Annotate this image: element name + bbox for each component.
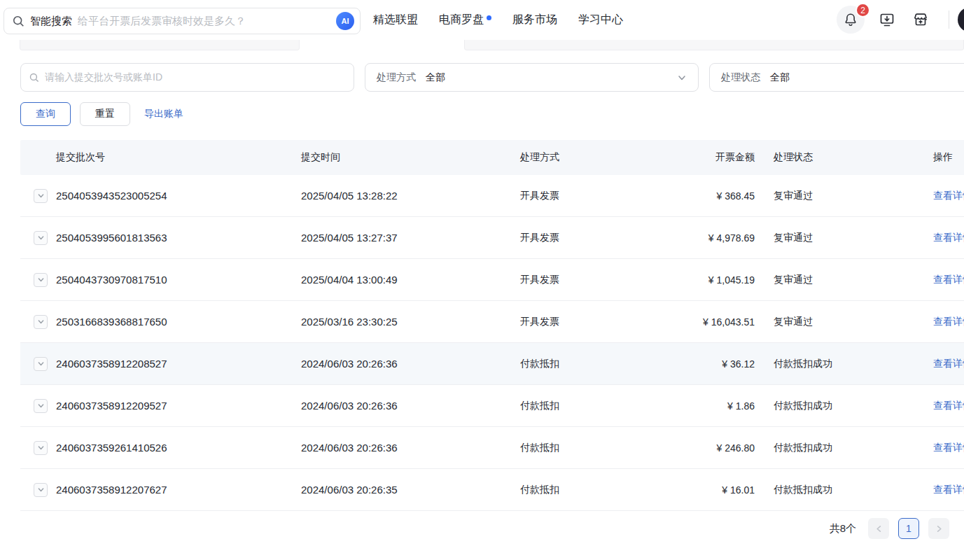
expand-row-button[interactable] [34, 315, 48, 329]
storefront-icon [912, 11, 929, 28]
total-count-label: 共8个 [830, 522, 856, 536]
process-method: 开具发票 [520, 232, 660, 244]
table-row: 2503166839368817650 2025/03/16 23:30:25 … [20, 301, 964, 343]
expand-row-button[interactable] [34, 399, 48, 413]
expand-row-button[interactable] [34, 441, 48, 455]
nav-item-ecommerce-compass[interactable]: 电商罗盘 [439, 13, 491, 27]
search-icon [13, 15, 25, 27]
submit-time: 2025/04/05 13:28:22 [301, 190, 520, 202]
pagination: 共8个 1 [0, 518, 949, 539]
view-details-link[interactable]: 查看详情 [933, 358, 964, 370]
billing-page: 智能搜索 给平台开票后发票审核时效是多久？ AI 精选联盟 电商罗盘 服务市场 … [0, 0, 964, 560]
invoice-amount: ¥ 16.01 [660, 484, 755, 496]
topbar-divider [949, 10, 949, 29]
process-status-select[interactable]: 处理状态 全部 [709, 63, 964, 92]
nav-label: 学习中心 [578, 13, 623, 27]
batch-number: 2504053995601813563 [56, 232, 301, 244]
avatar[interactable] [958, 7, 964, 32]
process-method: 付款抵扣 [520, 442, 660, 454]
table-row: 2504053943523005254 2025/04/05 13:28:22 … [20, 175, 964, 217]
billing-table: 提交批次号 提交时间 处理方式 开票金额 处理状态 操作 25040539435… [20, 140, 964, 511]
page-1-button[interactable]: 1 [898, 518, 919, 539]
notification-dot-icon [487, 15, 491, 20]
invoice-amount: ¥ 1.86 [660, 400, 755, 412]
expand-row-button[interactable] [34, 357, 48, 371]
expand-row-button[interactable] [34, 189, 48, 203]
nav-label: 电商罗盘 [439, 13, 484, 27]
filter-bar: 请输入提交批次号或账单ID 处理方式 全部 处理状态 全部 [20, 63, 964, 92]
invoice-amount: ¥ 1,045.19 [660, 274, 755, 286]
smart-search-input[interactable]: 智能搜索 给平台开票后发票审核时效是多久？ AI [4, 8, 361, 34]
process-status: 付款抵扣成功 [755, 358, 933, 370]
download-client-button[interactable] [873, 6, 901, 34]
view-details-link[interactable]: 查看详情 [933, 190, 964, 202]
view-details-link[interactable]: 查看详情 [933, 442, 964, 454]
col-header-status: 处理状态 [755, 151, 933, 164]
chevron-left-icon [874, 524, 883, 533]
batch-number: 2504053943523005254 [56, 190, 301, 202]
reset-button[interactable]: 重置 [80, 102, 130, 126]
submit-time: 2024/06/03 20:26:35 [301, 484, 520, 496]
notifications-button[interactable]: 2 [837, 6, 865, 34]
app-market-button[interactable] [907, 6, 935, 34]
table-body: 2504053943523005254 2025/04/05 13:28:22 … [20, 175, 964, 511]
select-value: 全部 [770, 71, 964, 84]
ai-icon[interactable]: AI [336, 12, 354, 30]
view-details-link[interactable]: 查看详情 [933, 484, 964, 496]
submit-time: 2025/04/04 13:00:49 [301, 274, 520, 286]
process-method: 付款抵扣 [520, 358, 660, 370]
search-icon [29, 73, 39, 83]
col-header-action: 操作 [933, 151, 964, 164]
submit-time: 2024/06/03 20:26:36 [301, 442, 520, 454]
top-nav: 精选联盟 电商罗盘 服务市场 学习中心 [373, 0, 623, 39]
process-method: 开具发票 [520, 274, 660, 286]
batch-id-search-input[interactable]: 请输入提交批次号或账单ID [20, 63, 354, 92]
table-row: 2406037359261410526 2024/06/03 20:26:36 … [20, 427, 964, 469]
chevron-right-icon [935, 524, 944, 533]
process-status: 付款抵扣成功 [755, 442, 933, 454]
process-status: 复审通过 [755, 316, 933, 328]
expand-row-button[interactable] [34, 273, 48, 287]
invoice-amount: ¥ 36.12 [660, 358, 755, 370]
invoice-amount: ¥ 368.45 [660, 190, 755, 202]
export-bill-link[interactable]: 导出账单 [139, 108, 189, 120]
submit-time: 2024/06/03 20:26:36 [301, 400, 520, 412]
search-label: 智能搜索 [30, 15, 72, 28]
process-status: 复审通过 [755, 232, 933, 244]
batch-number: 2503166839368817650 [56, 316, 301, 328]
submit-time: 2024/06/03 20:26:36 [301, 358, 520, 370]
process-method: 付款抵扣 [520, 484, 660, 496]
process-method: 付款抵扣 [520, 400, 660, 412]
select-label: 处理状态 [721, 71, 760, 84]
batch-number: 2406037358912208527 [56, 358, 301, 370]
col-header-time: 提交时间 [301, 151, 520, 164]
topbar: 智能搜索 给平台开票后发票审核时效是多久？ AI 精选联盟 电商罗盘 服务市场 … [0, 0, 964, 39]
invoice-amount: ¥ 16,043.51 [660, 316, 755, 328]
view-details-link[interactable]: 查看详情 [933, 316, 964, 328]
bell-icon [843, 12, 858, 27]
col-header-method: 处理方式 [520, 151, 660, 164]
invoice-amount: ¥ 246.80 [660, 442, 755, 454]
invoice-amount: ¥ 4,978.69 [660, 232, 755, 244]
select-label: 处理方式 [377, 71, 416, 84]
query-button[interactable]: 查询 [20, 102, 71, 126]
expand-row-button[interactable] [34, 231, 48, 245]
table-row: 2504053995601813563 2025/04/05 13:27:37 … [20, 217, 964, 259]
nav-item-learning-center[interactable]: 学习中心 [578, 13, 623, 27]
action-bar: 查询 重置 导出账单 [20, 102, 189, 126]
view-details-link[interactable]: 查看详情 [933, 274, 964, 286]
next-page-button[interactable] [928, 518, 949, 539]
expand-row-button[interactable] [34, 483, 48, 497]
view-details-link[interactable]: 查看详情 [933, 232, 964, 244]
nav-item-featured-alliance[interactable]: 精选联盟 [373, 13, 418, 27]
scrolled-element-remnant-right [464, 40, 964, 50]
table-header: 提交批次号 提交时间 处理方式 开票金额 处理状态 操作 [20, 140, 964, 175]
view-details-link[interactable]: 查看详情 [933, 400, 964, 412]
process-method: 开具发票 [520, 316, 660, 328]
process-status: 复审通过 [755, 190, 933, 202]
table-row: 2406037358912207627 2024/06/03 20:26:35 … [20, 469, 964, 511]
nav-item-service-market[interactable]: 服务市场 [512, 13, 557, 27]
prev-page-button[interactable] [868, 518, 889, 539]
process-method-select[interactable]: 处理方式 全部 [365, 63, 699, 92]
table-row: 2406037358912208527 2024/06/03 20:26:36 … [20, 343, 964, 385]
